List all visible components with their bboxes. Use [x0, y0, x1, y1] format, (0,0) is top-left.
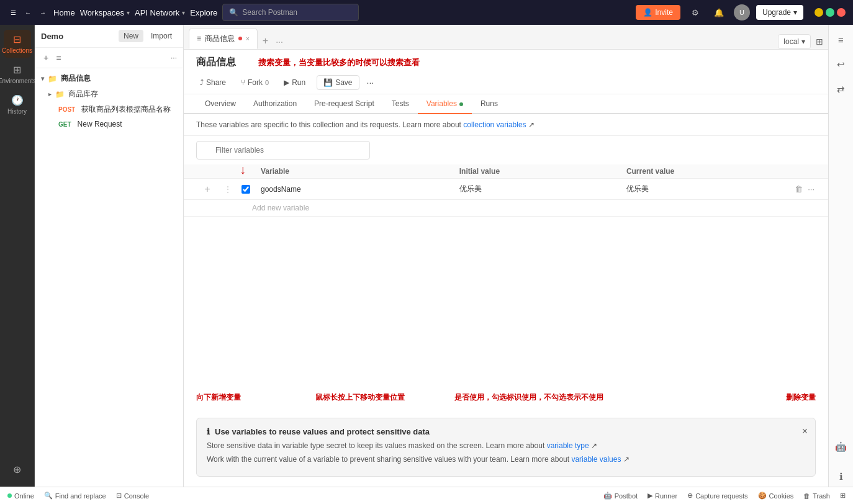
tab-more-button[interactable]: ···	[273, 34, 286, 49]
import-button[interactable]: Import	[146, 30, 177, 42]
action-more-button[interactable]: ···	[367, 78, 374, 88]
annotation-checkbox: 是否使用，勾选标识使用，不勾选表示不使用	[454, 392, 603, 403]
nav-tabs: Overview Authorization Pre-request Scrip…	[184, 94, 828, 114]
minimize-button[interactable]	[815, 8, 823, 17]
capture-requests-button[interactable]: ⊕ Capture requests	[687, 492, 747, 500]
variable-enabled-checkbox[interactable]	[241, 185, 251, 194]
online-status[interactable]: Online	[7, 492, 34, 500]
tab-tests[interactable]: Tests	[383, 94, 418, 114]
add-tab-button[interactable]: +	[259, 33, 272, 49]
history-rail-item[interactable]: 🕐 History	[4, 91, 31, 119]
filter-wrapper: 🔍	[196, 141, 370, 160]
header-check	[236, 169, 256, 174]
row-actions: 🗑 ···	[788, 181, 828, 197]
tab-close-button[interactable]: ×	[246, 35, 250, 42]
sidebar-toolbar: + ≡ ···	[35, 48, 183, 68]
share-button[interactable]: ⤴ Share	[196, 76, 230, 89]
annotation-labels: 向下新增变量 鼠标长按上下移动变量位置 是否使用，勾选标识使用，不勾选表示不使用…	[184, 387, 828, 408]
current-value-cell[interactable]	[621, 182, 788, 196]
add-icon: ⊕	[13, 464, 21, 475]
find-replace-button[interactable]: 🔍 Find and replace	[44, 492, 106, 500]
titlebar: ☰ ← → Home Workspaces ▾ API Network ▾ Ex…	[0, 0, 853, 25]
tab-authorization[interactable]: Authorization	[245, 94, 305, 114]
variable-name-cell[interactable]	[256, 182, 454, 196]
chevron-right-icon: ▸	[48, 91, 52, 97]
collections-rail-item[interactable]: ⊟ Collections	[4, 30, 31, 58]
tree-item-goods-inventory[interactable]: ▸ 📁 商品库存	[35, 86, 183, 102]
maximize-button[interactable]	[826, 8, 834, 17]
filter-input[interactable]	[196, 141, 370, 160]
tree-item-collection[interactable]: ▾ 📁 商品信息	[35, 71, 183, 86]
back-button[interactable]: ←	[22, 7, 34, 18]
add-workspace-button[interactable]: ⊕	[4, 460, 31, 479]
tree-item-post-request[interactable]: POST 获取商品列表根据商品名称	[35, 102, 183, 117]
tab-variables[interactable]: Variables	[418, 94, 472, 114]
grid-layout-button[interactable]: ⊞	[840, 492, 846, 500]
menu-button[interactable]: ☰	[7, 7, 19, 18]
search-bar[interactable]: 🔍 Search Postman	[222, 4, 359, 21]
main-area: ⊟ Collections ⊞ Environments 🕐 History ⊕…	[0, 25, 853, 487]
run-icon: ▶	[284, 78, 289, 87]
trash-button[interactable]: 🗑 Trash	[803, 492, 830, 500]
add-variable-row[interactable]: Add new variable	[184, 200, 828, 217]
delete-variable-button[interactable]: 🗑	[793, 183, 804, 195]
banner-line2: Work with the current value of a variabl…	[207, 454, 805, 465]
tab-overview[interactable]: Overview	[196, 94, 245, 114]
rp-connect-button[interactable]: ⇄	[831, 79, 851, 99]
split-pane-icon[interactable]: ⊞	[816, 37, 823, 47]
variable-more-button[interactable]: ···	[806, 183, 816, 195]
postbot-button[interactable]: 🤖 Postbot	[603, 492, 638, 500]
forward-button[interactable]: →	[37, 7, 48, 18]
variable-name-input[interactable]	[261, 185, 449, 194]
close-button[interactable]	[837, 8, 846, 17]
sidebar-more-button[interactable]: ···	[171, 53, 177, 62]
invite-button[interactable]: 👤 Invite	[636, 5, 680, 20]
header-plus	[196, 169, 219, 174]
variable-type-link[interactable]: variable type	[547, 441, 589, 450]
new-button[interactable]: New	[119, 30, 143, 42]
add-collection-button[interactable]: +	[41, 52, 51, 64]
home-link[interactable]: Home	[53, 8, 75, 17]
run-button[interactable]: ▶ Run	[280, 76, 309, 89]
environments-rail-item[interactable]: ⊞ Environments	[4, 60, 31, 88]
get-method-badge: GET	[56, 120, 74, 128]
save-button[interactable]: 💾 Save	[317, 75, 359, 90]
settings-button[interactable]: ⚙	[687, 4, 704, 21]
tab-shang-pin-xin-xi[interactable]: ≡ 商品信息 ×	[189, 28, 258, 49]
header-variable: Variable	[256, 164, 454, 178]
cookies-button[interactable]: 🍪 Cookies	[758, 492, 794, 500]
environment-selector[interactable]: local ▾	[778, 34, 811, 49]
rp-comment-button[interactable]: ↩	[831, 55, 851, 74]
rp-info-button[interactable]: ℹ	[831, 467, 851, 487]
tab-pre-request[interactable]: Pre-request Script	[305, 94, 383, 114]
tree-item-get-request[interactable]: GET New Request	[35, 117, 183, 131]
tab-runs[interactable]: Runs	[472, 94, 507, 114]
header-initial: Initial value	[454, 164, 621, 178]
folder-name: 商品库存	[68, 89, 98, 99]
variable-checkbox[interactable]	[236, 182, 256, 196]
banner-close-button[interactable]: ×	[802, 426, 808, 437]
avatar[interactable]: U	[734, 4, 750, 20]
rp-history-button[interactable]: ≡	[831, 30, 851, 50]
explore-link[interactable]: Explore	[190, 8, 217, 17]
notification-button[interactable]: 🔔	[710, 4, 728, 21]
environments-icon: ⊞	[13, 64, 21, 76]
initial-value-input[interactable]	[459, 185, 616, 194]
drag-handle[interactable]: ⋮⋮	[219, 182, 236, 197]
current-value-input[interactable]	[626, 185, 783, 194]
sort-button[interactable]: ≡	[53, 52, 63, 64]
add-row-button[interactable]: +	[196, 181, 219, 197]
workspaces-menu[interactable]: Workspaces ▾	[80, 8, 130, 17]
api-network-menu[interactable]: API Network ▾	[135, 8, 185, 17]
save-icon: 💾	[323, 78, 333, 87]
variable-values-link[interactable]: variable values	[571, 455, 621, 464]
rp-postbot-button[interactable]: 🤖	[831, 437, 851, 457]
collection-variables-link[interactable]: collection variables	[463, 120, 526, 129]
table-row: + ⋮⋮	[184, 179, 828, 200]
initial-value-cell[interactable]	[454, 182, 621, 196]
grid-icon: ⊞	[840, 492, 846, 500]
fork-button[interactable]: ⑂ Fork 0	[237, 76, 273, 89]
console-button[interactable]: ⊡ Console	[116, 492, 149, 500]
upgrade-button[interactable]: Upgrade ▾	[756, 5, 803, 20]
runner-button[interactable]: ▶ Runner	[648, 492, 677, 500]
